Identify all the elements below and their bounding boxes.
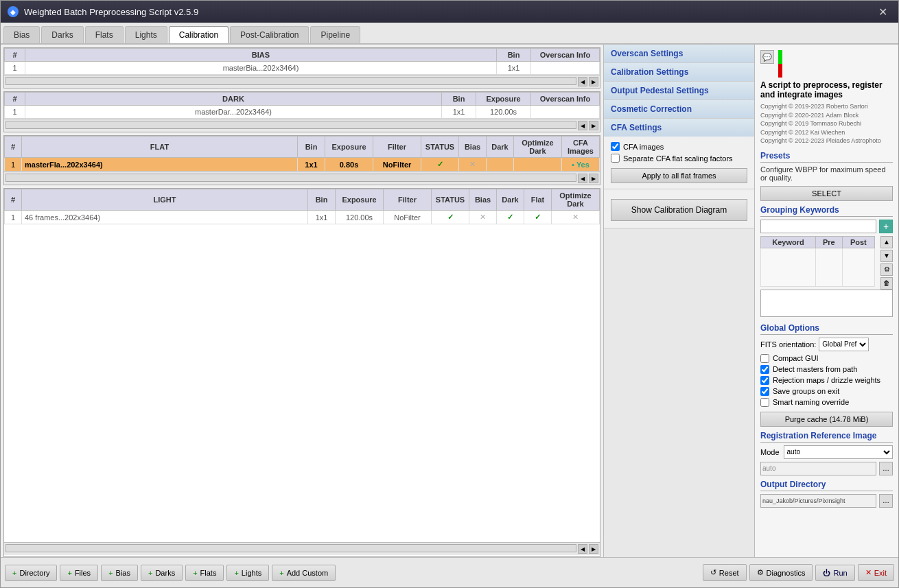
table-row[interactable]: 1 46 frames...202x3464) 1x1 120.00s NoFi… [5, 211, 600, 224]
lights-hscroll[interactable] [5, 544, 576, 552]
output-pedestal-header[interactable]: Output Pedestal Settings [604, 82, 754, 99]
optimize-x-icon: ✕ [572, 213, 579, 221]
cfa-settings-section: CFA Settings CFA images Separate CFA fla… [604, 119, 754, 189]
table-row[interactable]: 1 masterDar...202x3464) 1x1 120.00s [5, 106, 600, 119]
lights-row-bin: 1x1 [308, 211, 336, 224]
add-custom-button[interactable]: + Add Custom [272, 565, 336, 581]
info-icon[interactable]: 💬 [760, 50, 774, 64]
darks-col-exposure: Exposure [476, 93, 531, 106]
flats-scroll-left[interactable]: ◀ [578, 174, 587, 183]
cfa-settings-header[interactable]: CFA Settings [604, 119, 754, 137]
tab-pipeline[interactable]: Pipeline [310, 26, 360, 43]
reg-ref-browse-button[interactable]: … [879, 462, 893, 475]
output-dir-browse-button[interactable]: … [879, 494, 893, 508]
main-window: ◆ Weighted Batch Preprocessing Script v2… [0, 0, 899, 588]
lights-button[interactable]: + Lights [226, 565, 269, 581]
diagnostics-button[interactable]: ⚙ Diagnostics [749, 564, 813, 581]
kw-delete-button[interactable]: 🗑 [880, 277, 893, 290]
show-calibration-diagram-button[interactable]: Show Calibration Diagram [611, 199, 747, 221]
mode-select[interactable]: auto [784, 445, 893, 459]
directory-button[interactable]: + Directory [5, 565, 57, 581]
darks-button[interactable]: + Darks [141, 565, 183, 581]
darks-table-section: # DARK Bin Exposure Overscan Info 1 mast… [3, 91, 600, 132]
lights-scroll-right[interactable]: ▶ [589, 544, 598, 554]
bias-scroll-left[interactable]: ◀ [578, 77, 587, 86]
tab-bias[interactable]: Bias [3, 26, 40, 43]
detect-masters-checkbox[interactable] [760, 365, 769, 374]
purge-cache-button[interactable]: Purge cache (14.78 MiB) [760, 412, 893, 427]
flats-hscroll[interactable] [5, 174, 576, 182]
flat-check-icon: ✓ [535, 213, 541, 221]
keyword-table-area: Keyword Pre Post ▲ [760, 236, 893, 290]
files-button[interactable]: + Files [60, 565, 98, 581]
bias-x-icon: ✕ [469, 160, 476, 168]
lights-row-exp: 120.00s [336, 211, 384, 224]
lights-row-flat: ✓ [524, 211, 552, 224]
cfa-images-checkbox[interactable] [611, 142, 620, 151]
presets-select-button[interactable]: SELECT [760, 186, 893, 201]
overscan-settings-header[interactable]: Overscan Settings [604, 45, 754, 62]
keyword-input-field[interactable] [760, 220, 876, 233]
detect-masters-label: Detect masters from path [773, 365, 858, 373]
lights-row-optimize: ✕ [552, 211, 600, 224]
tab-flats[interactable]: Flats [85, 26, 124, 43]
close-button[interactable]: ✕ [874, 4, 891, 20]
smart-naming-checkbox[interactable] [760, 398, 769, 407]
fits-orientation-row: FITS orientation: Global Pref [760, 338, 893, 351]
rejection-maps-checkbox[interactable] [760, 376, 769, 385]
darks-hscroll[interactable] [5, 121, 576, 129]
flats-button[interactable]: + Flats [185, 565, 224, 581]
kw-down-button[interactable]: ▼ [880, 250, 893, 262]
kw-up-button[interactable]: ▲ [880, 236, 893, 248]
mode-label: Mode [760, 448, 780, 456]
flats-col-cfa: CFA Images [562, 137, 600, 158]
add-custom-icon: + [279, 569, 283, 577]
exit-icon: ✕ [865, 568, 872, 577]
tab-lights[interactable]: Lights [125, 26, 167, 43]
lights-table: # LIGHT Bin Exposure Filter STATUS Bias … [4, 189, 600, 224]
kw-settings-button[interactable]: ⚙ [880, 263, 893, 276]
bias-col-overscan: Overscan Info [531, 49, 600, 62]
keyword-textarea[interactable] [760, 290, 893, 317]
run-button[interactable]: ⏻ Run [815, 565, 854, 581]
darks-scroll-right[interactable]: ▶ [589, 121, 598, 130]
show-calibration-content: Show Calibration Diagram [604, 189, 754, 228]
output-dir-input-field[interactable] [760, 494, 876, 508]
bias-x-icon: ✕ [480, 213, 486, 221]
darks-scroll-left[interactable]: ◀ [578, 121, 587, 130]
exit-button[interactable]: ✕ Exit [858, 564, 894, 581]
auto-input-field[interactable] [760, 462, 876, 475]
save-groups-checkbox[interactable] [760, 387, 769, 396]
separate-cfa-label: Separate CFA flat scaling factors [623, 154, 733, 163]
flats-row-bias: ✕ [459, 158, 487, 172]
bias-col-name: BIAS [25, 49, 497, 62]
lights-scroll-left[interactable]: ◀ [578, 544, 587, 554]
bias-scroll-right[interactable]: ▶ [589, 77, 598, 86]
bias-hscroll[interactable] [5, 77, 576, 85]
tab-calibration[interactable]: Calibration [169, 26, 229, 43]
apply-all-flat-button[interactable]: Apply to all flat frames [611, 168, 747, 183]
table-row[interactable]: 1 masterFla...202x3464) 1x1 0.80s NoFilt… [5, 158, 600, 172]
files-label: Files [75, 569, 91, 577]
compact-gui-checkbox[interactable] [760, 354, 769, 363]
cosmetic-correction-header[interactable]: Cosmetic Correction [604, 100, 754, 118]
output-dir-title: Output Directory [760, 480, 893, 491]
bias-icon: + [108, 569, 113, 577]
add-keyword-button[interactable]: + [879, 220, 893, 233]
flats-col-status: STATUS [421, 137, 459, 158]
flats-scroll-right[interactable]: ▶ [589, 174, 598, 183]
flats-col-filter: Filter [373, 137, 421, 158]
tab-post-calibration[interactable]: Post-Calibration [230, 26, 309, 43]
rejection-maps-row: Rejection maps / drizzle weights [760, 376, 893, 385]
status-check-icon: ✓ [437, 160, 443, 168]
table-row[interactable]: 1 masterBia...202x3464) 1x1 [5, 62, 600, 75]
tab-darks[interactable]: Darks [41, 26, 83, 43]
fits-orientation-select[interactable]: Global Pref [819, 338, 869, 351]
calibration-settings-header[interactable]: Calibration Settings [604, 63, 754, 81]
reset-button[interactable]: ↺ Reset [703, 564, 747, 581]
bias-button[interactable]: + Bias [101, 565, 138, 581]
separate-cfa-checkbox[interactable] [611, 154, 620, 163]
lights-col-num: # [5, 189, 22, 211]
grouping-keywords-title: Grouping Keywords [760, 205, 893, 217]
lights-icon: + [234, 569, 238, 577]
